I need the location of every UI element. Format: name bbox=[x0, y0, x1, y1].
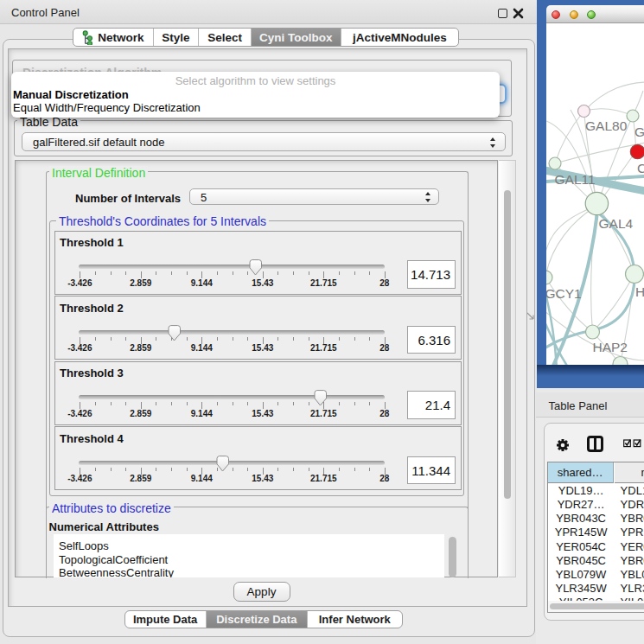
svg-text:GAL11: GAL11 bbox=[555, 172, 596, 187]
svg-text:GAL80: GAL80 bbox=[585, 118, 628, 133]
svg-text:C: C bbox=[637, 161, 644, 175]
svg-text:GAL4: GAL4 bbox=[599, 216, 634, 231]
svg-text:HI: HI bbox=[635, 284, 644, 299]
svg-text:HAP2: HAP2 bbox=[593, 340, 628, 354]
svg-text:GA: GA bbox=[634, 124, 644, 139]
svg-text:GCY1: GCY1 bbox=[546, 286, 582, 301]
